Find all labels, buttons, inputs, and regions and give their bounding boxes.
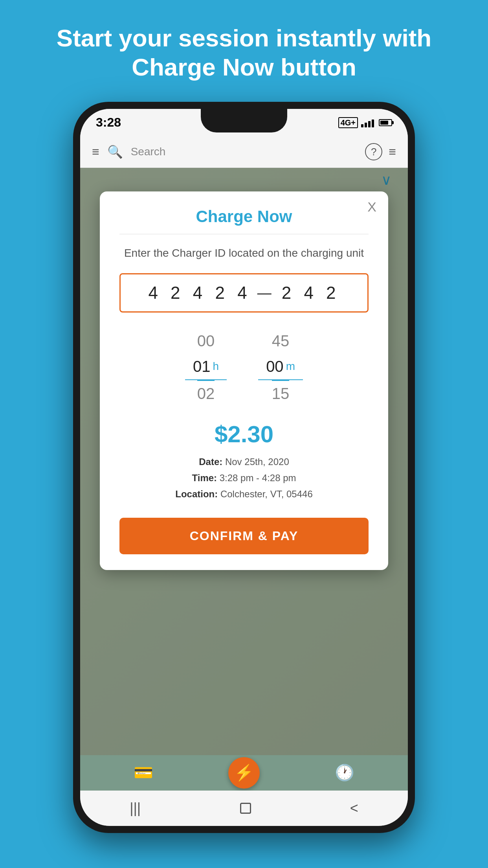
hours-bottom[interactable]: 02 bbox=[197, 380, 215, 406]
status-bar: 3:28 4G+ bbox=[80, 109, 408, 136]
hours-column: 00 01h 02 bbox=[185, 328, 227, 406]
signal-bar-4 bbox=[372, 120, 374, 127]
back-button[interactable]: < bbox=[350, 800, 358, 817]
status-icons: 4G+ bbox=[338, 117, 392, 128]
charge-now-modal: X Charge Now Enter the Charger ID locate… bbox=[100, 191, 388, 570]
app-bar: ≡ 🔍 Search ? ≡ bbox=[80, 136, 408, 168]
hours-top[interactable]: 00 bbox=[197, 328, 215, 354]
page-header: Start your session instantly with Charge… bbox=[0, 24, 488, 82]
android-nav-bar: ||| < bbox=[80, 791, 408, 826]
signal-bar-2 bbox=[365, 123, 367, 127]
charger-id-part1: 4 2 4 2 4 bbox=[148, 283, 251, 303]
date-label: Date: bbox=[199, 456, 222, 467]
charger-id-part2: 2 4 2 bbox=[282, 283, 340, 303]
bottom-app-bar: 💳 ⚡ 🕐 bbox=[80, 755, 408, 791]
minutes-selected[interactable]: 00m bbox=[258, 354, 303, 380]
minutes-unit: m bbox=[286, 360, 295, 373]
minutes-bottom[interactable]: 15 bbox=[272, 380, 290, 406]
battery-icon bbox=[379, 119, 392, 126]
charger-id-box[interactable]: 4 2 4 2 4 — 2 4 2 bbox=[119, 273, 369, 313]
signal-bar-3 bbox=[368, 121, 371, 127]
booking-info: Date: Nov 25th, 2020 Time: 3:28 pm - 4:2… bbox=[119, 454, 369, 502]
network-badge: 4G+ bbox=[338, 117, 358, 128]
phone-screen: 3:28 4G+ ≡ 🔍 Search ? bbox=[80, 109, 408, 826]
date-value: Nov 25th, 2020 bbox=[225, 456, 289, 467]
hours-value: 01 bbox=[193, 358, 211, 375]
hours-unit: h bbox=[213, 360, 219, 373]
modal-close-button[interactable]: X bbox=[367, 199, 376, 215]
notch bbox=[201, 109, 287, 132]
signal-bar-1 bbox=[361, 124, 363, 127]
recent-apps-button[interactable]: ||| bbox=[130, 800, 141, 817]
signal-bars bbox=[361, 118, 374, 127]
modal-title: Charge Now bbox=[119, 207, 369, 226]
location-label: Location: bbox=[175, 489, 218, 499]
charger-id-dash: — bbox=[257, 285, 275, 301]
location-value: Colchester, VT, 05446 bbox=[220, 489, 313, 499]
modal-overlay: X Charge Now Enter the Charger ID locate… bbox=[80, 168, 408, 755]
filter-icon[interactable]: ≡ bbox=[389, 145, 396, 159]
menu-icon[interactable]: ≡ bbox=[92, 145, 99, 159]
help-icon[interactable]: ? bbox=[365, 143, 382, 160]
status-time: 3:28 bbox=[96, 115, 121, 130]
modal-subtitle: Enter the Charger ID located on the char… bbox=[119, 245, 369, 261]
home-button[interactable] bbox=[240, 803, 251, 814]
modal-divider bbox=[119, 234, 369, 234]
time-picker: 00 01h 02 45 00m 15 bbox=[119, 328, 369, 406]
app-bar-right: ? ≡ bbox=[365, 143, 396, 160]
history-icon[interactable]: 🕐 bbox=[335, 763, 354, 782]
time-label: Time: bbox=[192, 473, 217, 483]
map-area: ∨ X Charge Now Enter the Charger ID loca… bbox=[80, 168, 408, 755]
phone-shell: 3:28 4G+ ≡ 🔍 Search ? bbox=[73, 102, 415, 833]
search-icon[interactable]: 🔍 bbox=[107, 144, 123, 159]
charge-fab[interactable]: ⚡ bbox=[228, 757, 260, 789]
card-icon[interactable]: 💳 bbox=[134, 763, 153, 782]
minutes-column: 45 00m 15 bbox=[258, 328, 303, 406]
charger-id-display: 4 2 4 2 4 — 2 4 2 bbox=[148, 283, 339, 303]
confirm-pay-button[interactable]: CONFIRM & PAY bbox=[119, 518, 369, 554]
search-input[interactable]: Search bbox=[131, 145, 358, 158]
time-value: 3:28 pm - 4:28 pm bbox=[220, 473, 296, 483]
price-display: $2.30 bbox=[119, 421, 369, 448]
hours-selected[interactable]: 01h bbox=[185, 354, 227, 380]
minutes-top[interactable]: 45 bbox=[272, 328, 290, 354]
minutes-value: 00 bbox=[266, 358, 284, 375]
bolt-icon: ⚡ bbox=[234, 763, 254, 782]
battery-fill bbox=[380, 121, 388, 125]
